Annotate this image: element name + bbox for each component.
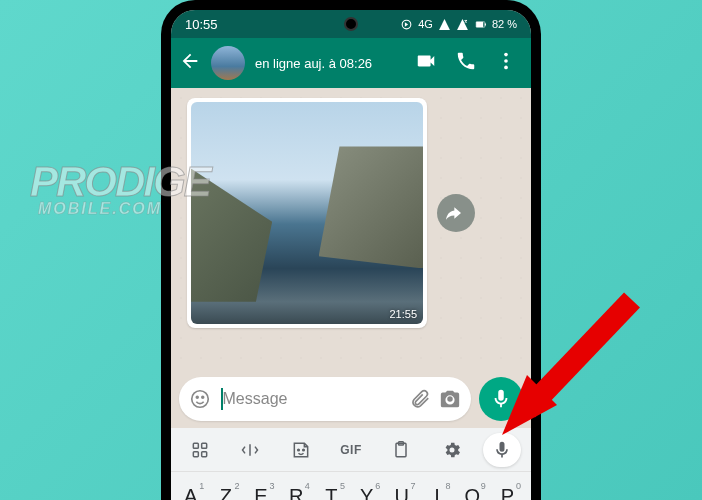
key-r[interactable]: R4 xyxy=(281,485,316,501)
svg-point-7 xyxy=(192,391,209,408)
key-i[interactable]: I8 xyxy=(421,485,456,501)
message-input-row: Message xyxy=(171,370,531,428)
battery-icon xyxy=(474,18,487,31)
signal-x-icon xyxy=(456,18,469,31)
svg-point-6 xyxy=(504,66,508,70)
key-o[interactable]: O9 xyxy=(457,485,492,501)
key-z[interactable]: Z2 xyxy=(210,485,245,501)
front-camera xyxy=(344,17,358,31)
apps-icon[interactable] xyxy=(181,433,219,467)
video-call-button[interactable] xyxy=(415,50,437,76)
sticker-icon[interactable] xyxy=(282,433,320,467)
signal-icon xyxy=(438,18,451,31)
key-a[interactable]: A1 xyxy=(175,485,210,501)
status-bar: 10:55 4G 82 % xyxy=(171,10,531,38)
message-input[interactable]: Message xyxy=(179,377,471,421)
svg-rect-10 xyxy=(193,443,198,448)
svg-line-18 xyxy=(527,300,632,410)
voice-message-button[interactable] xyxy=(479,377,523,421)
keyboard-mic-button[interactable] xyxy=(483,433,521,467)
svg-point-8 xyxy=(196,396,198,398)
svg-point-15 xyxy=(302,449,304,451)
svg-rect-3 xyxy=(485,23,486,25)
svg-rect-11 xyxy=(202,443,207,448)
settings-icon[interactable] xyxy=(433,433,471,467)
svg-rect-2 xyxy=(476,21,483,26)
message-time: 21:55 xyxy=(389,308,417,320)
key-y[interactable]: Y6 xyxy=(351,485,386,501)
menu-button[interactable] xyxy=(495,50,517,76)
svg-rect-13 xyxy=(202,451,207,456)
voice-call-button[interactable] xyxy=(455,50,477,76)
svg-point-5 xyxy=(504,59,508,63)
svg-point-4 xyxy=(504,53,508,57)
clipboard-icon[interactable] xyxy=(382,433,420,467)
svg-point-9 xyxy=(202,396,204,398)
emoji-icon[interactable] xyxy=(189,388,211,410)
battery-percent: 82 % xyxy=(492,18,517,30)
contact-status[interactable]: en ligne auj. à 08:26 xyxy=(255,56,405,71)
key-p[interactable]: P0 xyxy=(492,485,527,501)
screen: 10:55 4G 82 % en ligne auj. à 08:26 xyxy=(171,10,531,500)
phone-frame: 10:55 4G 82 % en ligne auj. à 08:26 xyxy=(161,0,541,500)
gif-button[interactable]: GIF xyxy=(332,433,370,467)
svg-rect-12 xyxy=(193,451,198,456)
svg-point-14 xyxy=(297,449,299,451)
keyboard-toolbar: GIF xyxy=(171,428,531,472)
attach-icon[interactable] xyxy=(409,388,431,410)
keyboard-row-1: A1Z2E3R4T5Y6U7I8O9P0 xyxy=(171,472,531,500)
key-t[interactable]: T5 xyxy=(316,485,351,501)
network-type: 4G xyxy=(418,18,433,30)
contact-avatar[interactable] xyxy=(211,46,245,80)
volte-icon xyxy=(400,18,413,31)
image-message[interactable]: 21:55 xyxy=(187,98,427,328)
forward-button[interactable] xyxy=(437,194,475,232)
back-button[interactable] xyxy=(179,50,201,76)
image-content xyxy=(191,102,423,324)
chat-area[interactable]: 21:55 xyxy=(171,88,531,370)
text-select-icon[interactable] xyxy=(231,433,269,467)
keyboard: GIF A1Z2E3R4T5Y6U7I8O9P0 xyxy=(171,428,531,500)
chat-header: en ligne auj. à 08:26 xyxy=(171,38,531,88)
key-e[interactable]: E3 xyxy=(245,485,280,501)
key-u[interactable]: U7 xyxy=(386,485,421,501)
clock: 10:55 xyxy=(185,17,218,32)
camera-icon[interactable] xyxy=(439,388,461,410)
message-placeholder: Message xyxy=(219,388,401,410)
